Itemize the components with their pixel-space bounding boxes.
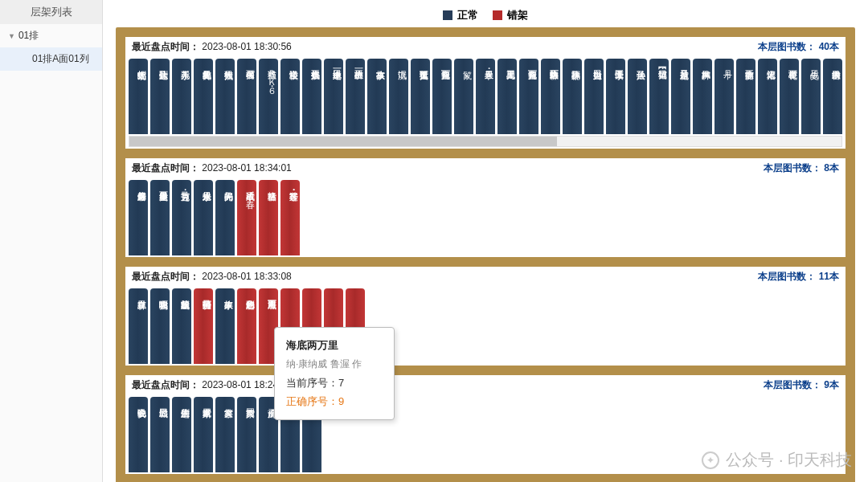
level-header: 最近盘点时间： 2023-08-01 18:34:01本层图书数： 8本 bbox=[127, 160, 844, 178]
tooltip-correct: 正确序号：9 bbox=[286, 392, 383, 411]
book-spine[interactable]: 不一样的班故 bbox=[346, 59, 365, 134]
book-spine[interactable]: 笑猫日记・【 bbox=[649, 59, 669, 134]
level-book-count: 本层图书数： 11本 bbox=[758, 270, 839, 284]
book-spine[interactable]: 儿童百问百答 bbox=[519, 59, 538, 134]
book-spine[interactable]: 樱花树下 bbox=[780, 59, 799, 134]
bookshelf: 最近盘点时间： 2023-08-01 18:30:56本层图书数： 40本小蛭蚓… bbox=[116, 27, 855, 482]
level-book-count: 本层图书数： 9本 bbox=[764, 378, 839, 392]
book-spine[interactable]: 热带雨林历险 bbox=[541, 59, 560, 134]
level-header: 最近盘点时间： 2023-08-01 18:30:56本层图书数： 40本 bbox=[127, 39, 844, 57]
book-spine[interactable]: 名侦探柯可 bbox=[237, 59, 256, 134]
horizontal-scrollbar[interactable] bbox=[129, 136, 842, 147]
book-spine[interactable]: 天星・春水 bbox=[476, 59, 495, 134]
shelf-area[interactable]: 最近盘点时间： 2023-08-01 18:30:56本层图书数： 40本小蛭蚓… bbox=[103, 27, 868, 482]
tooltip-subtitle: 纳·康纳威 鲁渥 作 bbox=[286, 356, 383, 374]
book-spine[interactable]: 朱家故事 bbox=[215, 288, 235, 364]
level-header: 最近盘点时间： 2023-08-01 18:33:08本层图书数： 11本 bbox=[127, 268, 844, 287]
book-spine[interactable]: 啊呜大嘴狼和 bbox=[150, 288, 170, 364]
book-spine[interactable]: 二战史 bbox=[801, 59, 821, 134]
swatch-normal-icon bbox=[443, 10, 452, 20]
book-spine[interactable]: 迈克・马力甘 bbox=[172, 180, 191, 255]
level-timestamp: 最近盘点时间： 2023-08-01 18:34:01 bbox=[132, 161, 292, 175]
book-spine[interactable]: 闪光的乌夫 bbox=[215, 180, 235, 255]
book-spine[interactable]: 怪盗学校 bbox=[280, 59, 300, 134]
level-timestamp: 最近盘点时间： 2023-08-01 18:24:44 bbox=[132, 378, 292, 392]
book-spine[interactable]: 退役军犬黄狐 bbox=[411, 59, 430, 134]
books-row: 小蛭蚓究太朗这让什么队列小人儿帮手冬天里的葬礼寻找大熊猫名侦探柯可猫盗ＲＫ・６怪… bbox=[127, 57, 844, 136]
book-spine[interactable]: 淡白的古果 bbox=[823, 59, 842, 134]
book-spine[interactable]: 主力行为盘口 bbox=[584, 59, 604, 134]
book-spine[interactable]: 这就是马云 bbox=[671, 59, 690, 134]
book-spine[interactable]: 笑容女家 bbox=[215, 397, 235, 472]
sidebar: 层架列表 ▼ 01排 01排A面01列 bbox=[0, 0, 103, 482]
tree-root-item[interactable]: ▼ 01排 bbox=[0, 24, 102, 47]
legend-error-label: 错架 bbox=[507, 8, 528, 22]
book-spine[interactable]: 这让什么队列 bbox=[150, 59, 170, 134]
wechat-icon: ✦ bbox=[702, 451, 719, 469]
book-spine[interactable]: 小虎神探队 bbox=[563, 59, 582, 134]
legend-normal-label: 正常 bbox=[457, 8, 478, 22]
book-spine[interactable]: 猎人笔记 bbox=[758, 59, 777, 134]
book-spine[interactable]: 不散的宴席 bbox=[736, 59, 755, 134]
swatch-error-icon bbox=[493, 10, 502, 20]
book-spine[interactable]: 柳林风声 bbox=[693, 59, 712, 134]
sidebar-header: 层架列表 bbox=[0, 0, 102, 24]
book-spine[interactable]: 水果水果捉迷 bbox=[194, 180, 213, 255]
level-timestamp: 最近盘点时间： 2023-08-01 18:30:56 bbox=[132, 40, 292, 54]
books-row: 在森林里啊呜大嘴狼和我的建筑形状爱打嗝的斑马朱家故事色彩的翅膀海底两万里 bbox=[127, 287, 844, 366]
book-spine[interactable]: 色彩的翅膀 bbox=[237, 288, 256, 364]
shelf-level: 最近盘点时间： 2023-08-01 18:34:01本层图书数： 8本你看起来… bbox=[125, 158, 845, 267]
book-spine[interactable]: 小蛭蚓究太朗 bbox=[129, 59, 148, 134]
tree-expand-icon: ▼ bbox=[8, 32, 15, 40]
books-row: 你看起来好像世界上最美丽迈克・马力甘水果水果捉迷闪光的乌夫成语故事／春格林童话・… bbox=[127, 178, 844, 257]
legend-normal: 正常 bbox=[443, 8, 478, 22]
book-spine[interactable]: 女孩故事 bbox=[367, 59, 387, 134]
book-spine[interactable]: 冬天里的葬礼 bbox=[194, 59, 213, 134]
shelf-level: 最近盘点时间： 2023-08-01 18:33:08本层图书数： 11本在森林… bbox=[125, 267, 845, 375]
book-tooltip: 海底两万里 纳·康纳威 鲁渥 作 当前序号：7 正确序号：9 bbox=[274, 327, 395, 420]
book-spine[interactable]: 绝口令之一本通 bbox=[324, 59, 343, 134]
book-spine[interactable]: 巴影的城 bbox=[150, 397, 170, 472]
book-spine[interactable]: 世界上最美丽 bbox=[150, 180, 170, 255]
book-spine[interactable]: 你看起来好像 bbox=[129, 180, 148, 255]
level-book-count: 本层图书数： 40本 bbox=[758, 40, 839, 54]
watermark: ✦ 公众号 · 印天科技 bbox=[702, 449, 852, 471]
tree-child-item[interactable]: 01排A面01列 bbox=[0, 47, 102, 71]
book-spine[interactable]: 儿童百问百答 bbox=[432, 59, 452, 134]
tree-root-label: 01排 bbox=[18, 29, 39, 43]
book-spine[interactable]: 三天读懂五千 bbox=[606, 59, 625, 134]
level-book-count: 本层图书数： 8本 bbox=[764, 161, 839, 175]
watermark-text: 公众号 · 印天科技 bbox=[726, 449, 852, 471]
book-spine[interactable]: 同真赞家 bbox=[237, 397, 256, 472]
book-spine[interactable]: 住进别人的 bbox=[172, 397, 191, 472]
legend: 正常 错架 bbox=[103, 0, 868, 27]
book-spine[interactable]: 爱打嗝的斑马 bbox=[194, 288, 213, 364]
book-spine[interactable]: 寻找大熊猫 bbox=[215, 59, 235, 134]
book-spine[interactable]: 鬣 bbox=[454, 59, 473, 134]
level-header: 最近盘点时间： 2023-08-01 18:24:44本层图书数： 9本 bbox=[127, 377, 844, 395]
main-content: 正常 错架 最近盘点时间： 2023-08-01 18:30:56本层图书数： … bbox=[103, 0, 868, 482]
book-spine[interactable]: 猫盗ＲＫ・６ bbox=[259, 59, 278, 134]
level-timestamp: 最近盘点时间： 2023-08-01 18:33:08 bbox=[132, 270, 292, 284]
book-spine[interactable]: 小人儿帮手 bbox=[172, 59, 191, 134]
book-spine[interactable]: 我的建筑形状 bbox=[172, 288, 191, 364]
book-spine[interactable]: 成语故事／春 bbox=[237, 180, 256, 255]
book-spine[interactable]: 十月 bbox=[714, 59, 734, 134]
book-spine[interactable]: ・客家迁移・ bbox=[280, 180, 300, 255]
book-spine[interactable]: 俄罗斯名家 bbox=[194, 397, 213, 472]
tooltip-current: 当前序号：7 bbox=[286, 374, 383, 392]
book-spine[interactable]: 在森林里 bbox=[129, 288, 148, 364]
scrollbar-thumb[interactable] bbox=[129, 137, 557, 146]
legend-error: 错架 bbox=[493, 8, 528, 22]
book-spine[interactable]: 格林童话 bbox=[259, 180, 278, 255]
book-spine[interactable]: 儿天星期三 bbox=[497, 59, 517, 134]
book-spine[interactable]: 流氓 bbox=[389, 59, 408, 134]
book-spine[interactable]: 会说晚安的 bbox=[129, 397, 148, 472]
shelf-level: 最近盘点时间： 2023-08-01 18:30:56本层图书数： 40本小蛭蚓… bbox=[125, 37, 845, 158]
book-spine[interactable]: 孙子兵法 bbox=[628, 59, 647, 134]
book-spine[interactable]: 爸妈不当孩奴 bbox=[302, 59, 321, 134]
tooltip-title: 海底两万里 bbox=[286, 336, 383, 354]
